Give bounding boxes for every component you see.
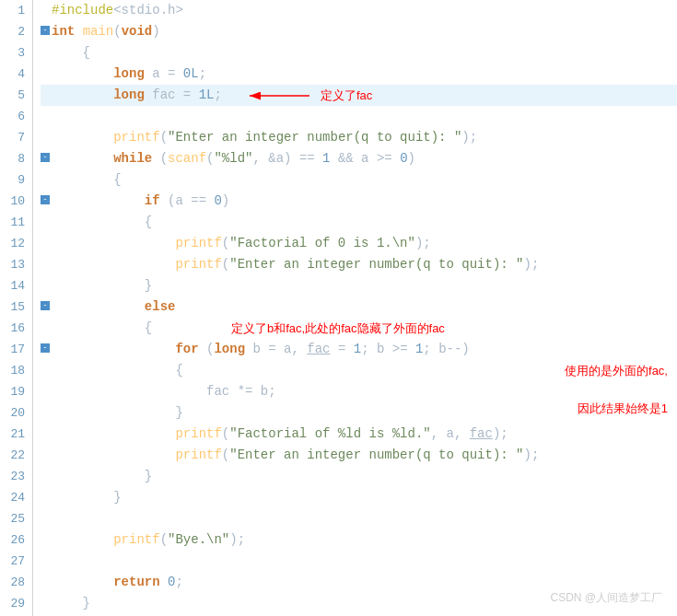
code-line-6 <box>41 106 677 127</box>
code-line-23: } <box>41 466 677 487</box>
code-line-27 <box>41 551 677 572</box>
code-line-26: printf("Bye.\n"); <box>41 529 677 551</box>
line-num-7: 7 <box>4 127 25 148</box>
fold-icon-10[interactable]: - <box>41 195 50 204</box>
line-num-1: 1 <box>4 0 25 21</box>
code-line-24: } <box>41 487 677 508</box>
line-num-19: 19 <box>4 381 25 402</box>
code-line-22: printf("Enter an integer number(q to qui… <box>41 445 677 466</box>
line-num-20: 20 <box>4 402 25 424</box>
code-line-17: - for (long b = a, fac = 1; b >= 1; b--) <box>41 339 677 360</box>
line-num-21: 21 <box>4 424 25 445</box>
line-num-25: 25 <box>4 508 25 529</box>
line-num-3: 3 <box>4 42 25 64</box>
code-line-4: long a = 0L; <box>41 64 677 85</box>
line-num-12: 12 <box>4 233 25 254</box>
fold-icon-15[interactable]: - <box>41 301 50 310</box>
code-editor: 1 2 3 4 5 6 7 8 9 10 11 12 13 14 15 16 1… <box>0 0 677 616</box>
code-line-5: long fac = 1L; <box>41 85 677 106</box>
code-line-20: } <box>41 402 677 424</box>
code-line-8: - while (scanf("%ld", &a) == 1 && a >= 0… <box>41 148 677 169</box>
line-num-26: 26 <box>4 529 25 551</box>
line-num-27: 27 <box>4 551 25 572</box>
code-line-10: - if (a == 0) <box>41 191 677 212</box>
line-num-9: 9 <box>4 169 25 191</box>
line-num-13: 13 <box>4 254 25 275</box>
line-numbers: 1 2 3 4 5 6 7 8 9 10 11 12 13 14 15 16 1… <box>0 0 33 616</box>
line-num-24: 24 <box>4 487 25 508</box>
code-line-18: { <box>41 360 677 381</box>
code-line-21: printf("Factorial of %ld is %ld.", a, fa… <box>41 424 677 445</box>
line-num-18: 18 <box>4 360 25 381</box>
code-content: #include<stdio.h> -int main(void) { long… <box>33 0 677 616</box>
code-line-3: { <box>41 42 677 64</box>
line-num-5: 5 <box>4 85 25 106</box>
code-line-15: - else <box>41 296 677 318</box>
line-num-10: 10 <box>4 191 25 212</box>
line-num-23: 23 <box>4 466 25 487</box>
code-line-19: fac *= b; <box>41 381 677 402</box>
code-line-1: #include<stdio.h> <box>41 0 677 21</box>
code-line-25 <box>41 508 677 529</box>
csdn-watermark: CSDN @人间造梦工厂 <box>550 587 662 609</box>
line-num-14: 14 <box>4 275 25 296</box>
code-line-9: { <box>41 169 677 191</box>
line-num-11: 11 <box>4 212 25 233</box>
line-num-22: 22 <box>4 445 25 466</box>
fold-icon-17[interactable]: - <box>41 343 50 353</box>
line-num-8: 8 <box>4 148 25 169</box>
code-line-11: { <box>41 212 677 233</box>
fold-icon-8[interactable]: - <box>41 153 50 162</box>
line-num-6: 6 <box>4 106 25 127</box>
line-num-28: 28 <box>4 572 25 593</box>
code-line-12: printf("Factorial of 0 is 1.\n"); <box>41 233 677 254</box>
line-num-2: 2 <box>4 21 25 42</box>
code-line-14: } <box>41 275 677 296</box>
line-num-16: 16 <box>4 318 25 339</box>
line-num-17: 17 <box>4 339 25 360</box>
code-line-13: printf("Enter an integer number(q to qui… <box>41 254 677 275</box>
line-num-4: 4 <box>4 64 25 85</box>
code-line-16: { <box>41 318 677 339</box>
fold-icon-2[interactable]: - <box>41 26 50 35</box>
line-num-29: 29 <box>4 593 25 614</box>
code-line-7: printf("Enter an integer number(q to qui… <box>41 127 677 148</box>
code-line-2: -int main(void) <box>41 21 677 42</box>
line-num-15: 15 <box>4 296 25 318</box>
